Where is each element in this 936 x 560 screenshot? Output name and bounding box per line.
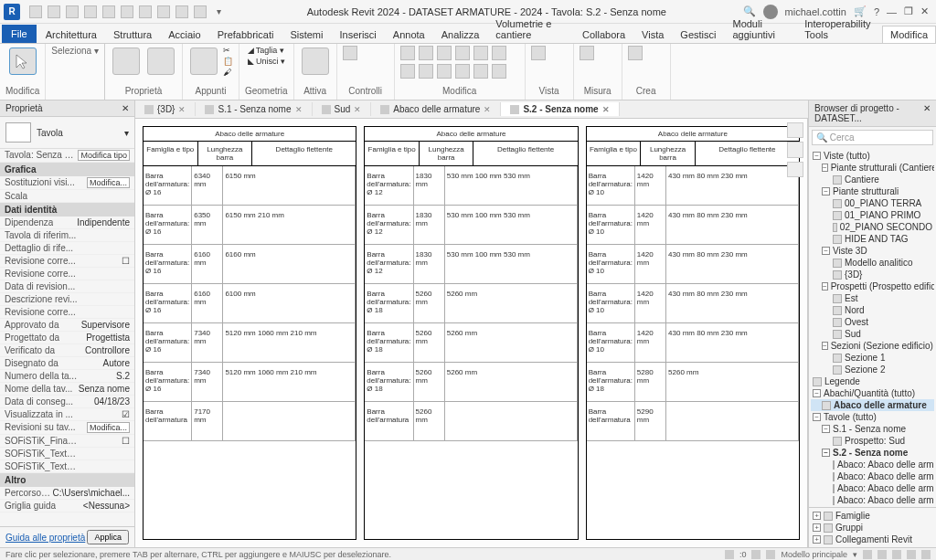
close-tab-icon[interactable]: ✕ <box>484 105 491 114</box>
view-tab[interactable]: Sud✕ <box>313 102 372 116</box>
qat-sync-icon[interactable] <box>66 5 79 18</box>
apply-button[interactable]: Applica <box>87 530 129 544</box>
close-tab-icon[interactable]: ✕ <box>178 105 186 114</box>
view-tab[interactable]: Abaco delle armature✕ <box>371 102 501 116</box>
move-icon[interactable] <box>400 46 415 60</box>
match-button[interactable]: 🖌 <box>223 68 233 77</box>
schedule-row[interactable]: Barra dell'armatura: Ø 167340 mm5120 mm … <box>144 323 356 363</box>
status-icon6[interactable] <box>892 550 901 559</box>
align-icon[interactable] <box>473 64 488 79</box>
schedule-row[interactable]: Barra dell'armatura: Ø 185260 mm5260 mm <box>365 284 577 323</box>
tree-node[interactable]: Legende <box>811 375 934 387</box>
status-icon1[interactable] <box>725 550 734 559</box>
expander-icon[interactable]: − <box>813 413 821 421</box>
tree-node[interactable]: Est <box>811 292 934 304</box>
prop-tavola-rif[interactable]: Tavola di riferim... <box>0 229 134 242</box>
expander-icon[interactable]: − <box>813 389 821 397</box>
tree-node[interactable]: Sud <box>811 328 934 340</box>
measure-icon[interactable] <box>580 46 594 60</box>
ribbon-label-select[interactable]: Seleziona ▾ <box>51 46 99 58</box>
tree-node[interactable]: −Viste (tutto) <box>811 150 934 162</box>
home-icon[interactable] <box>787 122 803 138</box>
tree-node[interactable]: Sezione 2 <box>811 364 934 375</box>
qat-open-icon[interactable] <box>29 5 42 18</box>
view-tab[interactable]: {3D}✕ <box>135 102 196 116</box>
qat-measure-icon[interactable] <box>139 5 152 18</box>
tree-node[interactable]: Prospetto: Sud <box>811 435 934 447</box>
ribbon-tab-gestisci[interactable]: Gestisci <box>673 26 723 43</box>
schedule-row[interactable]: Barra dell'armatura: Ø 121830 mm530 mm 1… <box>365 206 577 245</box>
close-panel-icon[interactable]: ✕ <box>923 103 931 123</box>
status-icon8[interactable] <box>921 550 931 559</box>
tree-node[interactable]: Cantiere <box>811 174 934 185</box>
prop-rev-corr1[interactable]: Revisione corre...☐ <box>0 255 134 268</box>
status-icon7[interactable] <box>907 550 916 559</box>
create-icon[interactable] <box>628 46 643 60</box>
schedule-row[interactable]: Barra dell'armatura7170 mm <box>144 402 356 441</box>
type-properties-icon[interactable] <box>147 48 175 75</box>
prop-sostituzioni[interactable]: Sostituzioni visi...Modifica... <box>0 176 134 190</box>
schedule-row[interactable]: Barra dell'armatura: Ø 166160 mm6100 mm <box>144 284 356 323</box>
tree-node[interactable]: 02_PIANO SECONDO <box>811 221 934 233</box>
ribbon-tab-volumetrie-e-cantiere[interactable]: Volumetrie e cantiere <box>488 16 573 43</box>
ribbon-tab-interoperability-tools[interactable]: Interoperability Tools <box>797 16 880 43</box>
ribbon-tab-inserisci[interactable]: Inserisci <box>332 26 383 43</box>
tree-node[interactable]: −Abachi/Quantità (tutto) <box>811 387 934 399</box>
expander-icon[interactable]: − <box>822 342 828 350</box>
expander-icon[interactable]: − <box>813 152 821 160</box>
prop-approvato[interactable]: Approvato daSupervisore <box>0 319 134 332</box>
scale-icon[interactable] <box>419 64 433 79</box>
tree-node[interactable]: Sezione 1 <box>811 352 934 364</box>
status-icon5[interactable] <box>878 550 887 559</box>
type-selector[interactable]: Tavola ▾ <box>0 117 134 149</box>
schedule-instance[interactable]: Abaco delle armatureFamiglia e tipoLungh… <box>143 126 356 540</box>
tree-node[interactable]: Abaco delle armature <box>811 399 934 411</box>
close-icon[interactable]: ✕ <box>920 5 929 17</box>
properties-help-link[interactable]: Guida alle proprietà <box>5 533 85 543</box>
ribbon-tab-vista[interactable]: Vista <box>634 26 671 43</box>
tree-node[interactable]: −Piante strutturali (Cantiere) <box>811 162 934 174</box>
status-icon2[interactable] <box>751 550 760 559</box>
prop-dipendenza[interactable]: DipendenzaIndipendente <box>0 217 134 229</box>
rotate-icon[interactable] <box>419 46 433 60</box>
chevron-down-icon[interactable]: ▾ <box>124 128 129 138</box>
tree-node[interactable]: HIDE AND TAG <box>811 233 934 245</box>
schedule-row[interactable]: Barra dell'armatura: Ø 121830 mm530 mm 1… <box>365 166 577 206</box>
properties-icon[interactable] <box>112 48 140 75</box>
tree-node[interactable]: +Collegamenti Revit <box>811 534 934 545</box>
unisci-button[interactable]: ◣ Unisci ▾ <box>248 57 286 66</box>
tree-node[interactable]: Abaco: Abaco delle arm <box>811 494 934 506</box>
close-tab-icon[interactable]: ✕ <box>354 105 361 114</box>
prop-scala[interactable]: Scala <box>0 190 134 203</box>
close-tab-icon[interactable]: ✕ <box>602 105 610 114</box>
ribbon-tab-analizza[interactable]: Analizza <box>434 26 487 43</box>
prop-nome[interactable]: Nome della tav...Senza nome <box>0 383 134 396</box>
tree-node[interactable]: Abaco: Abaco delle arm <box>811 470 934 482</box>
prop-griglia[interactable]: Griglia guida<Nessuna> <box>0 500 134 512</box>
qat-undo-icon[interactable] <box>84 5 97 18</box>
schedule-row[interactable]: Barra dell'armatura: Ø 101420 mm430 mm 8… <box>587 323 799 363</box>
restore-icon[interactable]: ❐ <box>904 5 913 17</box>
schedule-row[interactable]: Barra dell'armatura5290 mm <box>587 402 799 441</box>
prop-progettato[interactable]: Progettato daProgettista <box>0 332 134 344</box>
split-icon[interactable] <box>492 46 506 60</box>
viewcube-icon[interactable] <box>787 142 803 157</box>
tree-node[interactable]: Abaco: Abaco delle arm <box>811 459 934 470</box>
expander-icon[interactable]: + <box>813 535 821 544</box>
expander-icon[interactable]: + <box>813 512 821 520</box>
offset-icon[interactable] <box>437 64 452 79</box>
prop-data-rev[interactable]: Data di revision... <box>0 280 134 293</box>
ribbon-tab-collabora[interactable]: Collabora <box>575 26 633 43</box>
tree-node[interactable]: +Gruppi <box>811 522 934 534</box>
status-icon4[interactable] <box>863 550 872 559</box>
ribbon-tab-prefabbricati[interactable]: Prefabbricati <box>210 26 282 43</box>
taglia-button[interactable]: ◢ Taglia ▾ <box>248 46 284 55</box>
view-tab[interactable]: S.1 - Senza nome✕ <box>196 102 312 116</box>
qat-redo-icon[interactable] <box>102 5 115 18</box>
steering-icon[interactable] <box>787 162 803 177</box>
pin-icon[interactable] <box>455 64 470 79</box>
copy-icon[interactable] <box>492 64 506 79</box>
schedule-row[interactable]: Barra dell'armatura: Ø 121830 mm530 mm 1… <box>365 245 577 284</box>
prop-sof-text2[interactable]: SOFiSTiK_Text_... <box>0 460 134 473</box>
tree-node[interactable]: −Piante strutturali <box>811 185 934 197</box>
